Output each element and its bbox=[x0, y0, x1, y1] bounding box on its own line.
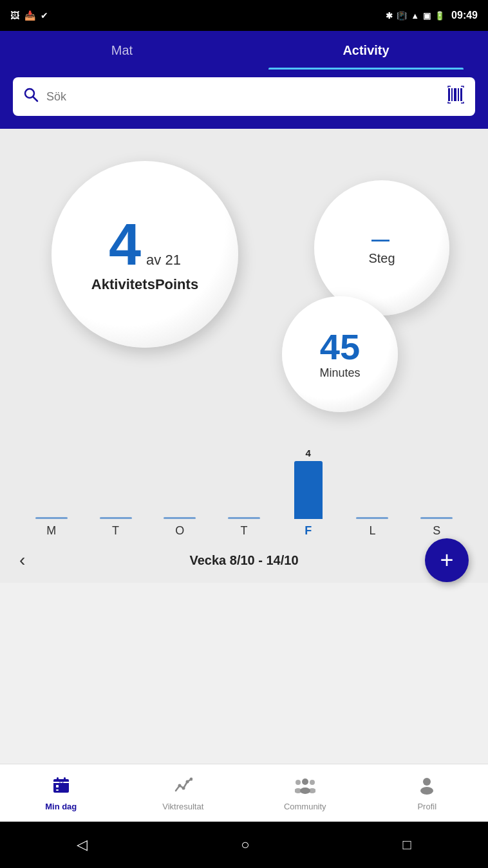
bottom-nav-item-profil[interactable]: Profil bbox=[366, 775, 489, 811]
svg-point-21 bbox=[295, 788, 302, 793]
photo-icon: 🖼 bbox=[10, 10, 19, 21]
chart-day-T2: T bbox=[212, 524, 276, 538]
battery-icon: 🔋 bbox=[435, 11, 445, 21]
week-nav: ‹ Vecka 8/10 - 14/10 + bbox=[0, 538, 488, 583]
chart-bar-L bbox=[341, 429, 405, 519]
bottom-nav-label-community: Community bbox=[284, 802, 326, 811]
search-input[interactable] bbox=[46, 90, 442, 104]
svg-rect-3 bbox=[451, 88, 453, 101]
bubble-minutes: 45 Minutes bbox=[282, 296, 398, 412]
chart-day-F: F bbox=[276, 524, 341, 538]
tab-row: Mat Activity bbox=[0, 31, 488, 70]
top-nav: Mat Activity bbox=[0, 31, 488, 129]
tab-mat[interactable]: Mat bbox=[0, 31, 244, 70]
svg-text:12: 12 bbox=[59, 780, 64, 785]
week-label: Vecka 8/10 - 14/10 bbox=[189, 553, 298, 568]
chart-day-L: L bbox=[341, 524, 405, 538]
bottom-nav-label-viktresultat: Viktresultat bbox=[162, 802, 203, 811]
chart-day-T1: T bbox=[84, 524, 148, 538]
calendar-icon: 12 bbox=[52, 775, 71, 799]
bottom-nav-label-profil: Profil bbox=[417, 802, 436, 811]
system-nav: ◁ ○ □ bbox=[0, 822, 488, 868]
bottom-nav-item-min-dag[interactable]: 12 Min dag bbox=[0, 775, 122, 811]
barcode-icon[interactable] bbox=[447, 86, 465, 108]
wifi-icon: ▲ bbox=[411, 11, 419, 21]
chart-bar-M bbox=[19, 429, 84, 519]
chart-day-M: M bbox=[19, 524, 84, 538]
chart-bar-F-value: 4 bbox=[306, 448, 311, 458]
svg-point-20 bbox=[296, 780, 301, 785]
chart-bar-T2 bbox=[212, 429, 276, 519]
add-activity-button[interactable]: + bbox=[425, 538, 469, 582]
svg-rect-5 bbox=[458, 88, 459, 101]
chart-bar-F-rect bbox=[294, 461, 323, 519]
steg-label: Steg bbox=[368, 251, 395, 266]
search-box[interactable] bbox=[13, 77, 475, 116]
tab-activity[interactable]: Activity bbox=[244, 31, 488, 70]
search-icon bbox=[23, 87, 39, 106]
back-icon[interactable]: ◁ bbox=[77, 836, 88, 853]
bubble-steg: — Steg bbox=[314, 180, 449, 316]
time-display: 09:49 bbox=[451, 10, 478, 21]
svg-line-1 bbox=[33, 97, 38, 102]
bubbles-section: 4 av 21 AktivitetsPoints — Steg 45 Minut… bbox=[0, 142, 488, 419]
status-bar: 🖼 📥 ✔ ✱ 📳 ▲ ▣ 🔋 09:49 bbox=[0, 0, 488, 31]
chart-bar-O bbox=[147, 429, 212, 519]
minutes-label: Minutes bbox=[319, 366, 360, 380]
svg-point-16 bbox=[186, 780, 189, 783]
svg-point-14 bbox=[178, 784, 182, 787]
svg-rect-6 bbox=[460, 88, 462, 101]
svg-point-18 bbox=[302, 778, 308, 785]
svg-rect-2 bbox=[448, 88, 450, 101]
recent-icon[interactable]: □ bbox=[403, 836, 411, 853]
chart-bar-S bbox=[404, 429, 469, 519]
svg-point-15 bbox=[182, 786, 185, 789]
svg-point-23 bbox=[308, 788, 315, 793]
chart-day-S: S bbox=[404, 524, 469, 538]
week-back-arrow[interactable]: ‹ bbox=[19, 550, 25, 571]
community-icon bbox=[295, 775, 315, 799]
chart-bar-F: 4 bbox=[276, 429, 341, 519]
chart-day-O: O bbox=[147, 524, 212, 538]
minutes-number: 45 bbox=[320, 329, 360, 365]
chart-days: M T O T F L S bbox=[19, 519, 469, 538]
status-icons-left: 🖼 📥 ✔ bbox=[10, 10, 48, 21]
vibrate-icon: 📳 bbox=[397, 11, 407, 21]
svg-point-24 bbox=[423, 778, 431, 786]
svg-point-22 bbox=[310, 780, 315, 785]
svg-point-25 bbox=[420, 787, 433, 795]
bottom-nav-item-viktresultat[interactable]: Viktresultat bbox=[122, 775, 245, 811]
search-area bbox=[0, 70, 488, 129]
aktivitetspoints-label: AktivitetsPoints bbox=[91, 276, 198, 293]
bottom-nav-label-min-dag: Min dag bbox=[45, 802, 77, 811]
aktivitetspoints-number: 4 bbox=[109, 216, 141, 274]
chart-bars: 4 bbox=[19, 429, 469, 519]
home-icon[interactable]: ○ bbox=[241, 836, 249, 853]
svg-rect-4 bbox=[454, 88, 456, 101]
steg-dash: — bbox=[371, 231, 392, 249]
svg-rect-10 bbox=[64, 777, 66, 781]
bubble-aktivitetspoints: 4 av 21 AktivitetsPoints bbox=[52, 161, 238, 348]
tab-underline bbox=[268, 68, 464, 70]
chart-section: 4 M T O T F L S bbox=[0, 419, 488, 538]
chart-icon bbox=[173, 775, 192, 799]
check-icon: ✔ bbox=[41, 10, 48, 21]
status-icons-right: ✱ 📳 ▲ ▣ 🔋 09:49 bbox=[386, 10, 478, 21]
signal-icon: ▣ bbox=[423, 11, 431, 21]
bluetooth-icon: ✱ bbox=[386, 11, 393, 21]
main-content: 4 av 21 AktivitetsPoints — Steg 45 Minut… bbox=[0, 129, 488, 583]
svg-rect-12 bbox=[56, 789, 59, 791]
aktivitetspoints-of: av 21 bbox=[146, 252, 181, 269]
bottom-nav-item-community[interactable]: Community bbox=[244, 775, 366, 811]
download-icon: 📥 bbox=[24, 10, 35, 21]
chart-bar-T1 bbox=[84, 429, 148, 519]
svg-rect-11 bbox=[56, 785, 59, 788]
bottom-nav: 12 Min dag Viktresultat bbox=[0, 764, 488, 822]
profile-icon bbox=[417, 775, 436, 799]
